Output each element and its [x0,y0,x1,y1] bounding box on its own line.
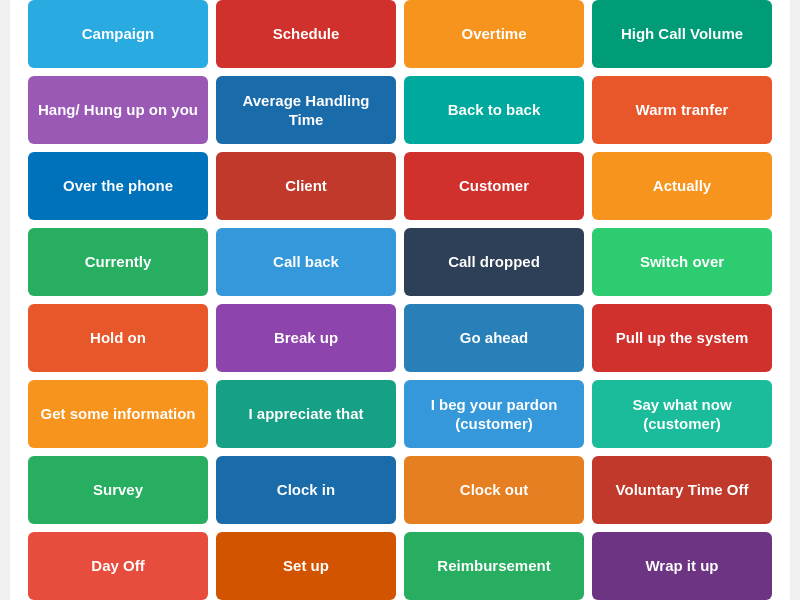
tile-2[interactable]: Overtime [404,0,584,68]
tile-13[interactable]: Call back [216,228,396,296]
tile-grid: CampaignScheduleOvertimeHigh Call Volume… [10,0,790,600]
tile-29[interactable]: Set up [216,532,396,600]
tile-11[interactable]: Actually [592,152,772,220]
tile-23[interactable]: Say what now (customer) [592,380,772,448]
tile-16[interactable]: Hold on [28,304,208,372]
tile-28[interactable]: Day Off [28,532,208,600]
tile-30[interactable]: Reimbursement [404,532,584,600]
tile-5[interactable]: Average Handling Time [216,76,396,144]
tile-21[interactable]: I appreciate that [216,380,396,448]
tile-25[interactable]: Clock in [216,456,396,524]
tile-6[interactable]: Back to back [404,76,584,144]
tile-1[interactable]: Schedule [216,0,396,68]
tile-4[interactable]: Hang/ Hung up on you [28,76,208,144]
tile-14[interactable]: Call dropped [404,228,584,296]
tile-22[interactable]: I beg your pardon (customer) [404,380,584,448]
tile-12[interactable]: Currently [28,228,208,296]
tile-17[interactable]: Break up [216,304,396,372]
tile-26[interactable]: Clock out [404,456,584,524]
tile-9[interactable]: Client [216,152,396,220]
tile-24[interactable]: Survey [28,456,208,524]
tile-19[interactable]: Pull up the system [592,304,772,372]
tile-27[interactable]: Voluntary Time Off [592,456,772,524]
tile-20[interactable]: Get some information [28,380,208,448]
tile-18[interactable]: Go ahead [404,304,584,372]
tile-0[interactable]: Campaign [28,0,208,68]
tile-3[interactable]: High Call Volume [592,0,772,68]
tile-15[interactable]: Switch over [592,228,772,296]
tile-7[interactable]: Warm tranfer [592,76,772,144]
tile-31[interactable]: Wrap it up [592,532,772,600]
tile-10[interactable]: Customer [404,152,584,220]
tile-8[interactable]: Over the phone [28,152,208,220]
